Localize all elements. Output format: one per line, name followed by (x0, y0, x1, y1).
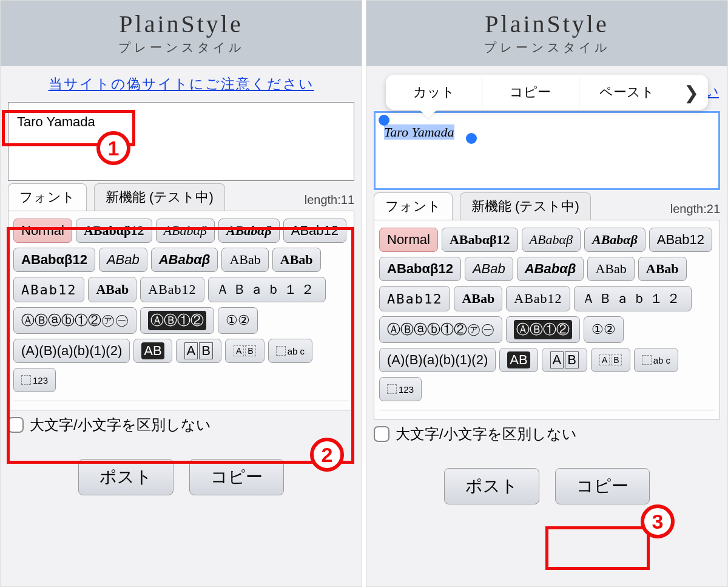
font-script-bold-button[interactable]: ABab (272, 248, 321, 272)
header: PlainStyle プレーンスタイル (366, 1, 727, 66)
font-mono-button[interactable]: ABab12 (379, 286, 450, 311)
case-insensitive-row[interactable]: 大文字/小文字を区別しない (8, 415, 354, 435)
text-input-value: Taro Yamada (17, 114, 95, 129)
tab-new-feature[interactable]: 新機能 (テスト中) (94, 183, 225, 211)
font-circled-button[interactable]: ⒶⒷⓐⓑ①②㋐㊀ (379, 316, 502, 343)
context-more-icon[interactable]: ❯ (675, 82, 708, 103)
font-double-struck-button[interactable]: ABab12 (140, 277, 204, 302)
context-paste[interactable]: ペースト (579, 76, 675, 109)
tabs-row: フォント 新機能 (テスト中) length:11 (1, 183, 354, 211)
font-grid: Normal ABabαβ12 ABabαβ ABabαβ ABab12 ABa… (8, 211, 354, 410)
text-input[interactable]: Taro Yamada (8, 102, 354, 181)
annotation-badge-2: 2 (310, 438, 344, 472)
font-double-circled-button[interactable]: ①② (584, 316, 624, 343)
annotation-box-3 (545, 526, 650, 570)
font-sans-button[interactable]: ABab12 (283, 219, 346, 243)
font-double-circled-button[interactable]: ①② (218, 307, 258, 334)
font-superscript-button[interactable]: ab c (268, 339, 312, 363)
font-subscript-button[interactable]: 123 (13, 368, 56, 392)
font-sans-italic-button[interactable]: ABab (465, 257, 513, 281)
font-serif-bold-button[interactable]: ABabαβ12 (442, 228, 518, 252)
case-insensitive-label: 大文字/小文字を区別しない (396, 424, 577, 444)
font-sans-bold-italic-button[interactable]: ABabαβ (151, 248, 218, 272)
tab-new-feature[interactable]: 新機能 (テスト中) (460, 192, 591, 220)
post-button[interactable]: ポスト (78, 459, 174, 495)
right-panel: PlainStyle プレーンスタイル さい カット コピー ペースト ❯ Ta… (366, 0, 728, 587)
length-label: length:11 (305, 193, 354, 211)
case-insensitive-label: 大文字/小文字を区別しない (30, 415, 211, 435)
app-subtitle: プレーンスタイル (366, 39, 727, 56)
tab-font[interactable]: フォント (374, 192, 453, 220)
font-normal-button[interactable]: Normal (13, 219, 72, 243)
fake-site-warning-link[interactable]: 当サイトの偽サイトにご注意ください (1, 66, 362, 102)
font-paren-button[interactable]: (A)(B)(a)(b)(1)(2) (13, 339, 130, 363)
font-sans-bold-italic-button[interactable]: ABabαβ (517, 257, 584, 281)
font-script-button[interactable]: ABab (587, 257, 634, 281)
text-input-wrap: Taro Yamada (8, 102, 354, 181)
length-label: length:21 (670, 202, 720, 220)
context-cut[interactable]: カット (386, 76, 482, 109)
font-squared-button[interactable]: AB (542, 348, 587, 372)
copy-button[interactable]: コピー (189, 459, 284, 495)
selected-text: Taro Yamada (384, 124, 454, 140)
font-serif-italic-button[interactable]: ABabαβ (156, 219, 215, 243)
font-serif-bold-italic-button[interactable]: ABabαβ (218, 219, 280, 243)
font-fullwidth-button[interactable]: ＡＢａｂ１２ (574, 286, 692, 311)
action-row: ポスト コピー (1, 459, 362, 495)
font-serif-italic-button[interactable]: ABabαβ (522, 228, 581, 252)
header: PlainStyle プレーンスタイル (1, 1, 362, 66)
font-serif-bold-italic-button[interactable]: ABabαβ (584, 228, 645, 252)
font-fraktur-button[interactable]: ABab (88, 277, 136, 302)
annotation-badge-1: 1 (96, 131, 130, 165)
post-button[interactable]: ポスト (444, 468, 539, 504)
font-squared-button[interactable]: AB (176, 339, 221, 363)
font-superscript-button[interactable]: ab c (634, 348, 678, 372)
font-neg-circled-button[interactable]: ⒶⒷ①② (506, 316, 580, 343)
font-neg-circled-button[interactable]: ⒶⒷ①② (140, 307, 214, 334)
font-script-button[interactable]: ABab (221, 248, 268, 272)
font-neg-squared-button[interactable]: AB (133, 339, 172, 363)
app-title: PlainStyle (366, 10, 727, 38)
font-grid: Normal ABabαβ12 ABabαβ ABabαβ ABab12 ABa… (374, 220, 720, 419)
context-menu: カット コピー ペースト ❯ (386, 75, 708, 110)
font-regional-button[interactable]: AB (591, 348, 630, 372)
tab-font[interactable]: フォント (8, 183, 87, 211)
left-panel: PlainStyle プレーンスタイル 当サイトの偽サイトにご注意ください Ta… (0, 0, 362, 587)
selection-handle-end[interactable] (466, 133, 477, 144)
font-neg-squared-button[interactable]: AB (499, 348, 538, 372)
case-insensitive-checkbox[interactable] (8, 417, 24, 433)
font-sans-bold-button[interactable]: ABabαβ12 (13, 248, 95, 272)
font-normal-button[interactable]: Normal (379, 228, 438, 252)
font-fraktur-button[interactable]: ABab (454, 286, 502, 311)
font-sans-italic-button[interactable]: ABab (99, 248, 147, 272)
action-row: ポスト コピー (366, 468, 727, 504)
separator (379, 410, 715, 410)
context-copy[interactable]: コピー (482, 76, 579, 109)
font-circled-button[interactable]: ⒶⒷⓐⓑ①②㋐㊀ (13, 307, 136, 334)
separator (13, 401, 349, 401)
selection-handle-start[interactable] (379, 115, 389, 126)
font-paren-button[interactable]: (A)(B)(a)(b)(1)(2) (379, 348, 496, 372)
font-double-struck-button[interactable]: ABab12 (506, 286, 570, 311)
font-mono-button[interactable]: ABab12 (13, 277, 84, 302)
tabs-row: フォント 新機能 (テスト中) length:21 (366, 192, 720, 220)
font-fullwidth-button[interactable]: ＡＢａｂ１２ (208, 277, 326, 302)
font-regional-button[interactable]: AB (225, 339, 265, 363)
app-title: PlainStyle (1, 10, 362, 38)
case-insensitive-checkbox[interactable] (374, 426, 389, 442)
font-sans-bold-button[interactable]: ABabαβ12 (379, 257, 461, 281)
font-sans-button[interactable]: ABab12 (649, 228, 712, 252)
annotation-badge-3: 3 (641, 504, 675, 538)
font-serif-bold-button[interactable]: ABabαβ12 (76, 219, 152, 243)
font-script-bold-button[interactable]: ABab (638, 257, 687, 281)
font-subscript-button[interactable]: 123 (379, 377, 422, 401)
app-subtitle: プレーンスタイル (1, 39, 362, 56)
text-input-wrap: Taro Yamada (374, 111, 720, 190)
text-input[interactable]: Taro Yamada (374, 111, 720, 190)
copy-button[interactable]: コピー (555, 468, 650, 504)
case-insensitive-row[interactable]: 大文字/小文字を区別しない (374, 424, 720, 444)
